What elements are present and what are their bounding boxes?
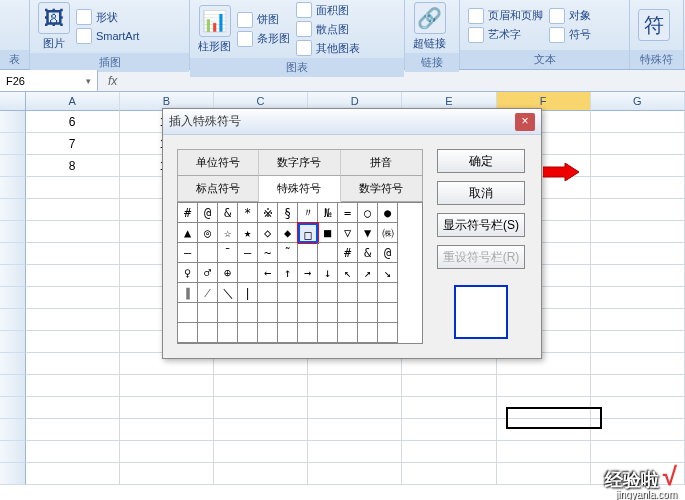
- symbol-cell[interactable]: ▽: [338, 223, 358, 243]
- symbol-cell[interactable]: ↖: [338, 263, 358, 283]
- cell[interactable]: [26, 397, 120, 419]
- symbol-cell[interactable]: ↗: [358, 263, 378, 283]
- row-header[interactable]: [0, 397, 26, 419]
- cell[interactable]: [591, 309, 685, 331]
- wordart-button[interactable]: 艺术字: [468, 27, 543, 43]
- symbol-cell[interactable]: ↘: [378, 263, 398, 283]
- symbol-cell[interactable]: ◆: [278, 223, 298, 243]
- header-footer-button[interactable]: 页眉和页脚: [468, 8, 543, 24]
- cell[interactable]: [308, 397, 402, 419]
- symbol-cell[interactable]: [318, 243, 338, 263]
- cell[interactable]: [497, 397, 591, 419]
- symbol-cell[interactable]: □: [298, 223, 318, 243]
- symbol-cell[interactable]: [258, 283, 278, 303]
- tab-unit-symbols[interactable]: 单位符号: [178, 150, 259, 176]
- cell[interactable]: [26, 243, 120, 265]
- symbol-cell[interactable]: [278, 303, 298, 323]
- symbol-cell[interactable]: [298, 303, 318, 323]
- cell[interactable]: [591, 441, 685, 463]
- cell[interactable]: [402, 463, 496, 485]
- symbol-cell[interactable]: *: [238, 203, 258, 223]
- cell[interactable]: [214, 441, 308, 463]
- cell[interactable]: [402, 375, 496, 397]
- name-box[interactable]: F26: [0, 70, 98, 91]
- symbol-cell[interactable]: @: [378, 243, 398, 263]
- cell[interactable]: [120, 419, 214, 441]
- symbol-cell[interactable]: [298, 283, 318, 303]
- symbol-cell[interactable]: [258, 323, 278, 343]
- cell[interactable]: [402, 397, 496, 419]
- symbol-cell[interactable]: #: [178, 203, 198, 223]
- row-header[interactable]: [0, 441, 26, 463]
- symbol-cell[interactable]: [218, 303, 238, 323]
- dialog-titlebar[interactable]: 插入特殊符号 ×: [163, 109, 541, 135]
- symbol-cell[interactable]: §: [278, 203, 298, 223]
- symbol-cell[interactable]: [278, 283, 298, 303]
- cell[interactable]: [26, 463, 120, 485]
- area-chart-button[interactable]: 面积图: [296, 2, 360, 18]
- cancel-button[interactable]: 取消: [437, 181, 525, 205]
- smartart-button[interactable]: SmartArt: [76, 28, 139, 44]
- symbol-cell[interactable]: ●: [378, 203, 398, 223]
- symbol-cell[interactable]: [218, 323, 238, 343]
- symbol-cell[interactable]: ↑: [278, 263, 298, 283]
- cell[interactable]: [591, 397, 685, 419]
- cell[interactable]: [591, 375, 685, 397]
- symbol-cell[interactable]: #: [338, 243, 358, 263]
- symbol-cell[interactable]: ▼: [358, 223, 378, 243]
- ok-button[interactable]: 确定: [437, 149, 525, 173]
- cell[interactable]: [591, 243, 685, 265]
- cell[interactable]: [308, 419, 402, 441]
- symbol-cell[interactable]: [298, 243, 318, 263]
- tab-math-symbols[interactable]: 数学符号: [341, 176, 422, 202]
- col-header-a[interactable]: A: [26, 92, 120, 111]
- tab-number-sequence[interactable]: 数字序号: [259, 150, 340, 176]
- symbol-cell[interactable]: [338, 283, 358, 303]
- row-header[interactable]: [0, 243, 26, 265]
- shapes-button[interactable]: 形状: [76, 9, 139, 25]
- special-symbol-button[interactable]: 符: [638, 9, 670, 41]
- row-header[interactable]: [0, 177, 26, 199]
- symbol-cell[interactable]: ⊕: [218, 263, 238, 283]
- cell[interactable]: [308, 375, 402, 397]
- bar-chart-button[interactable]: 条形图: [237, 31, 290, 47]
- cell[interactable]: [591, 133, 685, 155]
- symbol-cell[interactable]: [358, 323, 378, 343]
- symbol-cell[interactable]: [238, 303, 258, 323]
- symbol-cell[interactable]: ★: [238, 223, 258, 243]
- cell[interactable]: [26, 331, 120, 353]
- symbol-cell[interactable]: [198, 303, 218, 323]
- tab-pinyin[interactable]: 拼音: [341, 150, 422, 176]
- insert-picture-button[interactable]: 🖼 图片: [38, 2, 70, 51]
- symbol-cell[interactable]: ⁄: [198, 283, 218, 303]
- symbol-cell[interactable]: [238, 263, 258, 283]
- hyperlink-button[interactable]: 🔗 超链接: [413, 2, 446, 51]
- symbol-cell[interactable]: @: [198, 203, 218, 223]
- reset-symbol-bar-button[interactable]: 重设符号栏(R): [437, 245, 525, 269]
- cell[interactable]: [497, 375, 591, 397]
- cell[interactable]: [120, 441, 214, 463]
- cell[interactable]: [591, 287, 685, 309]
- symbol-cell[interactable]: ＼: [218, 283, 238, 303]
- cell[interactable]: [591, 265, 685, 287]
- row-header[interactable]: [0, 221, 26, 243]
- symbol-cell[interactable]: ㈱: [378, 223, 398, 243]
- tab-punctuation[interactable]: 标点符号: [178, 176, 259, 202]
- cell[interactable]: [214, 397, 308, 419]
- cell[interactable]: [26, 265, 120, 287]
- symbol-cell[interactable]: ○: [358, 203, 378, 223]
- row-header[interactable]: [0, 199, 26, 221]
- close-icon[interactable]: ×: [515, 113, 535, 131]
- symbol-cell[interactable]: [318, 303, 338, 323]
- cell[interactable]: [26, 177, 120, 199]
- cell[interactable]: [402, 419, 496, 441]
- row-header[interactable]: [0, 463, 26, 485]
- symbol-cell[interactable]: ▲: [178, 223, 198, 243]
- cell[interactable]: [120, 463, 214, 485]
- symbol-cell[interactable]: ↓: [318, 263, 338, 283]
- cell[interactable]: [591, 353, 685, 375]
- symbol-cell[interactable]: ˜: [278, 243, 298, 263]
- symbol-cell[interactable]: 〃: [298, 203, 318, 223]
- symbol-cell[interactable]: [178, 323, 198, 343]
- symbol-cell[interactable]: [358, 283, 378, 303]
